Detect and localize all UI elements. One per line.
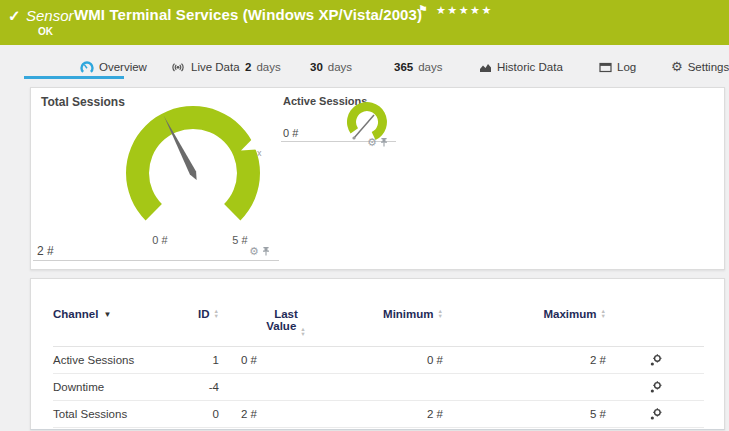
total-sessions-value: 2 # (37, 244, 54, 258)
tab-2-days-unit: days (256, 61, 280, 73)
channel-id: 1 (161, 354, 219, 366)
channel-id: 0 (161, 408, 219, 420)
sort-toggle-icon: ▲▼ (300, 327, 305, 336)
sort-active-desc-icon: ▼ (103, 310, 111, 319)
channel-id: -4 (161, 381, 219, 393)
channel-settings-icon[interactable] (649, 354, 662, 367)
gauge-marker-x: x (257, 148, 262, 158)
status-ok-check-icon: ✓ (8, 7, 21, 25)
channel-maximum: 2 # (443, 354, 606, 366)
primary-widget-divider (33, 260, 279, 261)
mini-gauge-needle (354, 115, 374, 138)
log-icon (599, 62, 612, 73)
sort-toggle-icon: ▲▼ (214, 309, 219, 318)
sensor-status-badge: OK (38, 26, 53, 37)
table-row-downtime: Downtime -4 (53, 374, 704, 401)
tab-365-days[interactable]: 365 days (394, 55, 442, 79)
tab-live-data[interactable]: Live Data (170, 55, 240, 79)
channel-minimum: 2 # (331, 408, 443, 420)
column-header-channel-label: Channel (53, 308, 98, 320)
column-header-id-label: ID (198, 308, 210, 320)
channel-minimum: 0 # (331, 354, 443, 366)
column-header-last-value[interactable]: Last Value▲▼ (219, 308, 331, 335)
mini-gauge-pin-icon[interactable] (380, 137, 388, 147)
tab-log-label: Log (617, 61, 636, 73)
channel-last-value: 2 # (219, 408, 331, 420)
gauge-icon (80, 61, 94, 74)
tab-historic-data-label: Historic Data (497, 61, 563, 73)
tab-30-days[interactable]: 30 days (310, 55, 352, 79)
table-row-active-sessions: Active Sessions 1 0 # 0 # 2 # (53, 347, 704, 374)
sort-toggle-icon: ▲▼ (601, 309, 606, 318)
channel-settings-icon[interactable] (649, 381, 662, 394)
column-header-maximum-label: Maximum (544, 308, 597, 320)
active-tab-indicator (24, 76, 124, 79)
primary-gauge-tools: ⚙ (249, 246, 270, 256)
tab-2-days-number: 2 (245, 61, 251, 73)
channel-settings-icon[interactable] (649, 408, 662, 421)
tab-overview-label: Overview (99, 61, 147, 73)
column-header-id[interactable]: ID ▲▼ (161, 308, 219, 335)
channel-maximum: 5 # (443, 408, 606, 420)
tab-365-days-unit: days (418, 61, 442, 73)
channels-table-panel: Channel ▼ ID ▲▼ Last Value▲▼ Minimum ▲▼ … (30, 278, 725, 430)
tab-log[interactable]: Log (599, 55, 636, 79)
tab-bar: Overview Live Data 2 days 30 days 365 da… (0, 45, 729, 85)
column-header-minimum[interactable]: Minimum ▲▼ (331, 308, 443, 335)
priority-flag-icon[interactable]: ⚑ (418, 3, 428, 16)
gauge-pin-icon[interactable] (262, 246, 270, 256)
live-data-icon (170, 60, 186, 74)
total-sessions-gauge (113, 95, 273, 245)
column-header-maximum[interactable]: Maximum ▲▼ (443, 308, 606, 335)
table-row-total-sessions: Total Sessions 0 2 # 2 # 5 # (53, 401, 704, 428)
historic-chart-icon (479, 62, 492, 73)
tab-2-days[interactable]: 2 days (245, 55, 281, 79)
channels-table: Channel ▼ ID ▲▼ Last Value▲▼ Minimum ▲▼ … (31, 279, 724, 428)
tab-30-days-number: 30 (310, 61, 323, 73)
channel-last-value: 0 # (219, 354, 331, 366)
column-header-channel[interactable]: Channel ▼ (53, 308, 161, 335)
secondary-gauge-tools: ⚙ (367, 137, 388, 147)
channel-name: Total Sessions (53, 408, 161, 420)
tab-settings-label: Settings (688, 61, 729, 73)
column-header-minimum-label: Minimum (383, 308, 433, 320)
table-header-row: Channel ▼ ID ▲▼ Last Value▲▼ Minimum ▲▼ … (53, 279, 704, 347)
object-kind-label: Sensor (26, 7, 74, 24)
tab-365-days-number: 365 (394, 61, 413, 73)
active-sessions-value: 0 # (283, 127, 298, 139)
mini-gauge-settings-gear-icon[interactable]: ⚙ (367, 137, 377, 147)
priority-stars[interactable]: ★★★★★ (436, 4, 493, 17)
tab-historic-data[interactable]: Historic Data (479, 55, 563, 79)
column-header-last-value-label: Last Value (266, 308, 298, 332)
tab-settings[interactable]: ⚙ Settings (671, 55, 729, 79)
gauge-settings-gear-icon[interactable]: ⚙ (249, 246, 259, 256)
overview-gauges-panel: Total Sessions x 0 # 5 # 2 # ⚙ Active Se… (30, 87, 725, 270)
gauge-scale-min: 0 # (143, 234, 177, 246)
sensor-title: WMI Terminal Services (Windows XP/Vista/… (74, 6, 422, 23)
sensor-titlebar: ✓ Sensor WMI Terminal Services (Windows … (0, 0, 729, 45)
settings-gear-icon: ⚙ (671, 61, 683, 73)
sort-toggle-icon: ▲▼ (438, 309, 443, 318)
channel-name: Active Sessions (53, 354, 161, 366)
tab-30-days-unit: days (328, 61, 352, 73)
channel-name: Downtime (53, 381, 161, 393)
tab-live-data-label: Live Data (191, 61, 240, 73)
